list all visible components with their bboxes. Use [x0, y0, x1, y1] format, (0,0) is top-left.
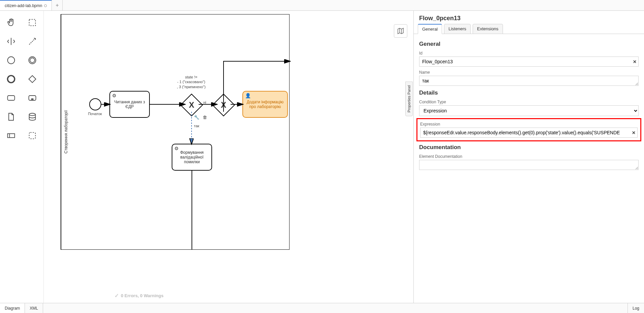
file-tab-label: citizen-add-lab.bpmn: [5, 3, 42, 8]
space-tool[interactable]: [3, 34, 19, 49]
global-connect-tool[interactable]: [25, 34, 40, 49]
group-general: General: [419, 41, 639, 47]
id-label: Id: [419, 51, 639, 56]
diagram-canvas[interactable]: Створення лабораторії Початок ⚙ Читання …: [44, 11, 413, 303]
bottom-tab-diagram[interactable]: Diagram: [0, 303, 25, 313]
condition-type-label: Condition Type: [419, 100, 639, 104]
properties-body: General Id ✕ Name Details Condition Type…: [414, 34, 644, 303]
doc-input[interactable]: [419, 160, 639, 170]
name-label: Name: [419, 70, 639, 75]
subprocess-tool[interactable]: [25, 90, 40, 106]
validation-text: 0 Errors, 0 Warnings: [121, 293, 164, 298]
name-input[interactable]: [419, 76, 639, 86]
map-icon: [397, 27, 404, 35]
gateway-tool[interactable]: [25, 71, 40, 87]
condition-type-select[interactable]: Expression: [419, 105, 639, 116]
svg-rect-0: [29, 20, 36, 26]
group-details: Details: [419, 90, 639, 96]
id-input[interactable]: [419, 57, 639, 67]
clear-id-button[interactable]: ✕: [633, 59, 637, 64]
tab-general[interactable]: General: [418, 24, 442, 34]
task-tool[interactable]: [3, 90, 19, 106]
start-event-tool[interactable]: [3, 53, 19, 68]
group-tool[interactable]: [25, 128, 40, 143]
properties-panel: Properties Panel Flow_0pcen13 General Li…: [413, 11, 644, 303]
svg-point-4: [7, 76, 14, 83]
svg-rect-5: [7, 96, 14, 100]
tab-extensions[interactable]: Extensions: [473, 24, 503, 34]
expression-input[interactable]: [420, 128, 638, 138]
minimap-toggle[interactable]: [394, 24, 407, 38]
properties-title: Flow_0pcen13: [414, 11, 644, 24]
properties-tabs: General Listeners Extensions: [414, 24, 644, 34]
intermediate-event-tool[interactable]: [25, 53, 40, 68]
end-event-tool[interactable]: [3, 71, 19, 87]
group-documentation: Documentation: [419, 144, 639, 151]
check-icon: ✓: [114, 292, 119, 299]
tool-palette: [0, 11, 44, 303]
svg-point-8: [29, 113, 36, 116]
add-tab-button[interactable]: +: [52, 0, 63, 10]
bottom-tab-xml[interactable]: XML: [25, 303, 43, 313]
expression-label: Expression: [420, 122, 638, 127]
plus-icon: +: [56, 2, 59, 8]
svg-rect-9: [7, 134, 14, 138]
sequence-flows: [44, 11, 337, 253]
svg-rect-10: [29, 133, 36, 139]
main-layout: Створення лабораторії Початок ⚙ Читання …: [0, 11, 644, 303]
data-store-tool[interactable]: [25, 109, 40, 125]
bottom-log-button[interactable]: Log: [628, 303, 644, 313]
pool-tool[interactable]: [3, 128, 19, 143]
hand-tool[interactable]: [3, 15, 19, 30]
tab-listeners[interactable]: Listeners: [444, 24, 471, 34]
data-object-tool[interactable]: [3, 109, 19, 125]
clear-expression-button[interactable]: ✕: [632, 130, 636, 135]
expression-highlight: Expression ✕: [416, 118, 641, 141]
svg-point-1: [7, 57, 14, 64]
svg-point-3: [30, 58, 35, 63]
properties-panel-toggle[interactable]: Properties Panel: [405, 81, 413, 116]
validation-status[interactable]: ✓ 0 Errors, 0 Warnings: [114, 292, 164, 299]
file-tab[interactable]: citizen-add-lab.bpmn: [0, 0, 52, 10]
doc-label: Element Documentation: [419, 154, 639, 159]
bottom-bar: Diagram XML Log: [0, 303, 644, 313]
dirty-indicator-icon: [44, 4, 47, 7]
lasso-tool[interactable]: [25, 15, 40, 30]
tab-bar: citizen-add-lab.bpmn +: [0, 0, 644, 11]
